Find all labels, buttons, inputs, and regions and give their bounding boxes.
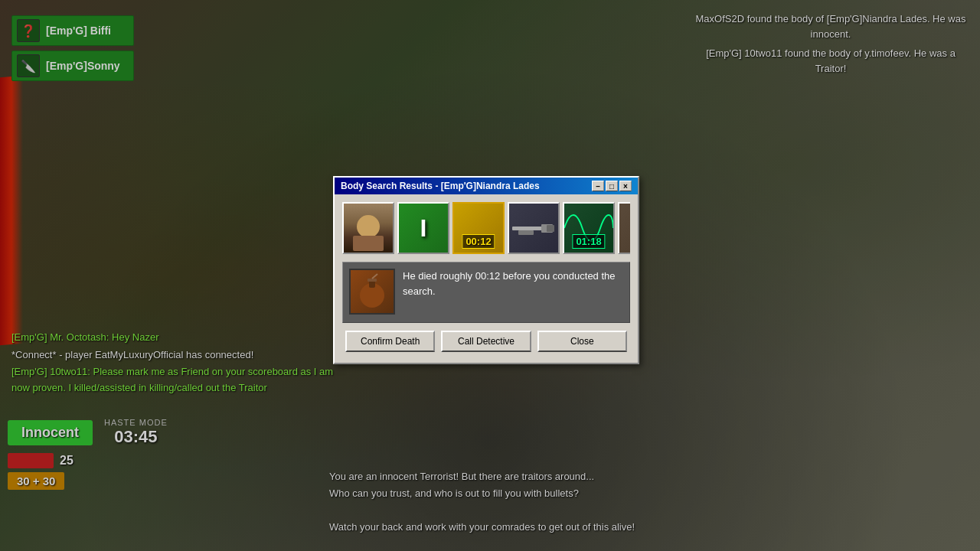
confirm-death-button[interactable]: Confirm Death <box>345 331 435 352</box>
dialog-buttons: Confirm Death Call Detective Close <box>342 331 630 355</box>
evidence-time-inner: 00:12 <box>454 204 503 253</box>
info-text: He died roughly 00:12 before you conduct… <box>403 269 623 316</box>
evidence-time[interactable]: 00:12 <box>452 202 505 254</box>
dialog-titlebar: Body Search Results - [Emp'G]Niandra Lad… <box>335 178 638 194</box>
close-window-button[interactable]: × <box>619 181 632 191</box>
evidence-weapon[interactable] <box>508 202 560 254</box>
death-icon <box>353 272 391 311</box>
svg-rect-2 <box>518 230 534 235</box>
svg-rect-3 <box>547 225 554 232</box>
evidence-portrait[interactable] <box>342 202 394 254</box>
info-box: He died roughly 00:12 before you conduct… <box>342 262 630 323</box>
evidence-time-label: 00:12 <box>462 234 495 249</box>
dialog-title: Body Search Results - [Emp'G]Niandra Lad… <box>341 181 540 191</box>
evidence-sine-inner: 01:18 <box>564 204 613 253</box>
evidence-last-inner <box>619 204 630 253</box>
evidence-strip: I 00:12 <box>342 202 630 254</box>
dialog-body: I 00:12 <box>335 194 638 363</box>
minimize-button[interactable]: – <box>592 181 604 191</box>
dialog-controls: – □ × <box>592 181 632 191</box>
evidence-weapon-inner <box>509 204 558 253</box>
svg-rect-6 <box>368 279 377 282</box>
info-icon <box>349 269 395 315</box>
sine-time-label: 01:18 <box>572 234 605 249</box>
evidence-role-inner: I <box>399 204 448 253</box>
svg-line-7 <box>372 274 377 279</box>
weapon-icon <box>511 219 557 238</box>
call-detective-button[interactable]: Call Detective <box>441 331 531 352</box>
evidence-portrait-inner <box>344 204 393 253</box>
maximize-button[interactable]: □ <box>606 181 618 191</box>
evidence-role[interactable]: I <box>397 202 449 254</box>
evidence-last-seen[interactable] <box>618 202 630 254</box>
evidence-sine[interactable]: 01:18 <box>563 202 615 254</box>
close-dialog-button[interactable]: Close <box>537 331 627 352</box>
body-search-dialog: Body Search Results - [Emp'G]Niandra Lad… <box>333 176 639 364</box>
role-icon: I <box>420 214 427 243</box>
